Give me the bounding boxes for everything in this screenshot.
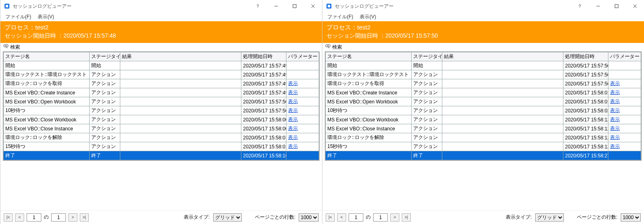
column-header[interactable]: ステージタイプ — [90, 52, 120, 61]
search-label: 検索 — [10, 44, 20, 51]
table-row[interactable]: MS Excel VBO::Open Workbookアクション2020/05/… — [4, 97, 319, 106]
cell-result — [442, 142, 563, 151]
menu-file[interactable]: ファイル(F) — [2, 13, 34, 21]
process-label: プロセス： — [327, 24, 357, 31]
table-row[interactable]: 環境ロック::ロックを取得アクション2020/05/17 15:57:50表示 — [326, 79, 641, 88]
show-params-link[interactable]: 表示 — [610, 99, 620, 104]
close-button[interactable] — [626, 0, 644, 12]
cell-result — [120, 151, 241, 160]
cell-parameter — [608, 61, 641, 70]
close-button[interactable] — [304, 0, 322, 12]
column-header[interactable]: 処理開始日時 — [563, 52, 608, 61]
maximize-button[interactable] — [285, 0, 304, 12]
cell-type: アクション — [90, 106, 120, 115]
cell-time: 2020/05/17 15:58:12 — [563, 115, 608, 124]
table-row[interactable]: 開始開始2020/05/17 15:57:50 — [326, 61, 641, 70]
cell-type: アクション — [412, 79, 442, 88]
column-header[interactable]: パラメーター — [286, 52, 319, 61]
table-row[interactable]: 10秒待つアクション2020/05/17 15:57:50表示 — [4, 106, 319, 115]
rows-per-page-select[interactable]: 1000 — [299, 213, 319, 222]
search-bar[interactable]: 検索 — [0, 43, 322, 52]
first-page-button[interactable]: |< — [4, 213, 13, 222]
minimize-button[interactable] — [589, 0, 607, 12]
cell-parameter: 表示 — [286, 106, 319, 115]
cell-result — [120, 70, 241, 79]
current-page-input[interactable] — [27, 213, 41, 222]
column-header[interactable]: 結果 — [120, 52, 241, 61]
table-row[interactable]: 環境ロックテスト::環境ロックテストアクション2020/05/17 15:57:… — [4, 70, 319, 79]
minimize-button[interactable] — [267, 0, 285, 12]
current-page-input[interactable] — [349, 213, 363, 222]
table-row[interactable]: MS Excel VBO::Create Instanceアクション2020/0… — [4, 88, 319, 97]
search-icon — [3, 44, 9, 51]
menu-file[interactable]: ファイル(F) — [324, 13, 356, 21]
cell-parameter: 表示 — [286, 97, 319, 106]
titlebar: セッションログビューアー? — [0, 0, 322, 12]
table-row[interactable]: 開始開始2020/05/17 15:57:49 — [4, 61, 319, 70]
column-header[interactable]: パラメーター — [608, 52, 641, 61]
cell-stage: MS Excel VBO::Open Workbook — [326, 97, 412, 106]
table-row[interactable]: 10秒待つアクション2020/05/17 15:58:02表示 — [326, 106, 641, 115]
show-params-link[interactable]: 表示 — [610, 90, 620, 95]
show-params-link[interactable]: 表示 — [288, 134, 298, 140]
column-header[interactable]: ステージ名 — [4, 52, 90, 61]
column-header[interactable]: 処理開始日時 — [241, 52, 286, 61]
column-header[interactable]: ステージ名 — [326, 52, 412, 61]
table-row[interactable]: 終了終了2020/05/17 15:58:27 — [326, 151, 641, 160]
show-params-link[interactable]: 表示 — [288, 81, 298, 86]
show-params-link[interactable]: 表示 — [288, 90, 298, 95]
show-params-link[interactable]: 表示 — [610, 108, 620, 113]
next-page-button[interactable]: > — [390, 213, 399, 222]
table-row[interactable]: MS Excel VBO::Close Workbookアクション2020/05… — [4, 115, 319, 124]
last-page-button[interactable]: >| — [402, 213, 411, 222]
show-params-link[interactable]: 表示 — [288, 99, 298, 104]
app-icon — [326, 3, 332, 9]
first-page-button[interactable]: |< — [326, 213, 335, 222]
show-params-link[interactable]: 表示 — [288, 143, 298, 149]
cell-parameter: 表示 — [608, 133, 641, 142]
table-row[interactable]: 環境ロック::ロックを解除アクション2020/05/17 15:58:01表示 — [4, 133, 319, 142]
show-params-link[interactable]: 表示 — [610, 134, 620, 140]
display-type-select[interactable]: グリッド — [535, 213, 564, 222]
table-row[interactable]: MS Excel VBO::Open Workbookアクション2020/05/… — [326, 97, 641, 106]
table-row[interactable]: MS Excel VBO::Create Instanceアクション2020/0… — [326, 88, 641, 97]
help-button[interactable]: ? — [248, 0, 267, 12]
table-row[interactable]: MS Excel VBO::Close Workbookアクション2020/05… — [326, 115, 641, 124]
table-row[interactable]: MS Excel VBO::Close Instanceアクション2020/05… — [326, 124, 641, 133]
prev-page-button[interactable]: < — [337, 213, 346, 222]
display-type-select[interactable]: グリッド — [213, 213, 242, 222]
table-row[interactable]: 15秒待つアクション2020/05/17 15:58:12表示 — [326, 142, 641, 151]
search-label: 検索 — [332, 44, 342, 51]
menu-view[interactable]: 表示(V) — [356, 13, 379, 21]
table-row[interactable]: 環境ロック::ロックを取得アクション2020/05/17 15:57:49表示 — [4, 79, 319, 88]
rows-per-page-select[interactable]: 1000 — [621, 213, 641, 222]
column-header[interactable]: ステージタイプ — [412, 52, 442, 61]
show-params-link[interactable]: 表示 — [610, 116, 620, 122]
menu-view[interactable]: 表示(V) — [34, 13, 57, 21]
next-page-button[interactable]: > — [68, 213, 77, 222]
cell-type: アクション — [412, 88, 442, 97]
table-row[interactable]: 環境ロック::ロックを解除アクション2020/05/17 15:58:12表示 — [326, 133, 641, 142]
last-page-button[interactable]: >| — [80, 213, 89, 222]
show-params-link[interactable]: 表示 — [610, 143, 620, 149]
show-params-link[interactable]: 表示 — [610, 125, 620, 131]
table-row[interactable]: MS Excel VBO::Close Instanceアクション2020/05… — [4, 124, 319, 133]
show-params-link[interactable]: 表示 — [610, 81, 620, 86]
table-row[interactable]: 15秒待つアクション2020/05/17 15:58:01表示 — [4, 142, 319, 151]
maximize-button[interactable] — [607, 0, 626, 12]
show-params-link[interactable]: 表示 — [288, 125, 298, 131]
search-bar[interactable]: 検索 — [322, 43, 644, 52]
show-params-link[interactable]: 表示 — [288, 108, 298, 113]
table-row[interactable]: 環境ロックテスト::環境ロックテストアクション2020/05/17 15:57:… — [326, 70, 641, 79]
cell-stage: MS Excel VBO::Close Instance — [326, 124, 412, 133]
show-params-link[interactable]: 表示 — [288, 116, 298, 122]
titlebar: セッションログビューアー? — [322, 0, 644, 12]
cell-type: アクション — [90, 115, 120, 124]
table-row[interactable]: 終了終了2020/05/17 15:58:16 — [4, 151, 319, 160]
session-start-time: 2020/05/17 15:57:50 — [385, 32, 438, 39]
cell-time: 2020/05/17 15:58:01 — [563, 88, 608, 97]
prev-page-button[interactable]: < — [15, 213, 24, 222]
column-header[interactable]: 結果 — [442, 52, 563, 61]
help-button[interactable]: ? — [570, 0, 589, 12]
cell-stage: 開始 — [4, 61, 90, 70]
